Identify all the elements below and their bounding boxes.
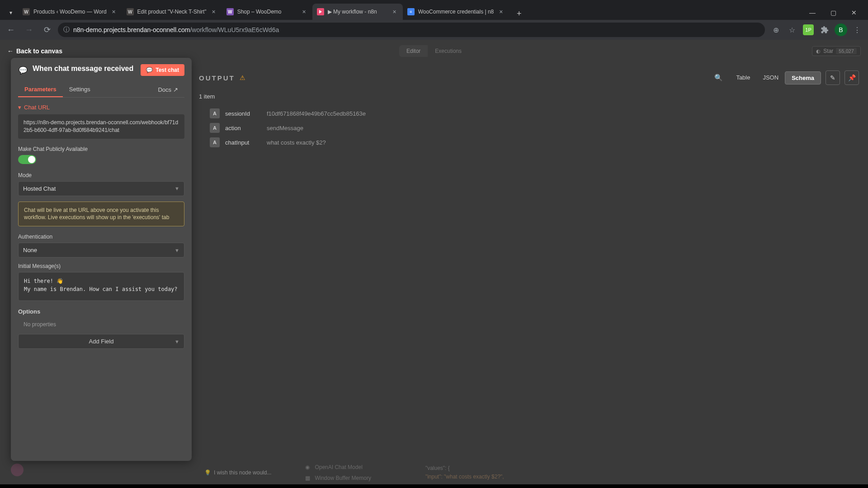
star-count: 55,027 — [836, 48, 857, 54]
schema-row[interactable]: A action sendMessage — [199, 121, 859, 135]
schema-key: chatInput — [225, 139, 261, 146]
type-badge: A — [210, 137, 220, 147]
github-star-button[interactable]: ◐ Star 55,027 — [812, 46, 861, 56]
initial-messages-label: Initial Message(s) — [18, 263, 184, 269]
address-bar[interactable]: ⓘ n8n-demo.projects.brendan-oconnell.com… — [58, 23, 765, 37]
node-memory[interactable]: ▦ Window Buffer Memory — [304, 474, 371, 482]
initial-messages-input[interactable]: Hi there! 👋 My name is Brendan. How can … — [18, 272, 184, 301]
profile-avatar[interactable]: B — [834, 23, 848, 37]
code-preview: "values": { "input": "what costs exactly… — [425, 464, 504, 481]
type-badge: A — [210, 123, 220, 133]
pin-output-button[interactable]: 📌 — [844, 70, 859, 85]
schema-row[interactable]: A sessionId f10df671868f49e49b67cc5edb85… — [199, 106, 859, 121]
lightbulb-icon: 💡 — [204, 469, 211, 476]
warning-icon: ⚠ — [240, 74, 245, 81]
arrow-left-icon: ← — [7, 47, 14, 55]
close-icon[interactable]: × — [210, 8, 217, 15]
back-to-canvas-link[interactable]: ← Back to canvas — [7, 47, 62, 55]
schema-value: sendMessage — [267, 125, 303, 131]
view-schema-tab[interactable]: Schema — [785, 71, 821, 84]
translate-icon[interactable]: ⊕ — [769, 23, 783, 37]
chevron-down-icon: ▼ — [175, 248, 179, 253]
chat-url-section-toggle[interactable]: ▾ Chat URL — [18, 104, 184, 111]
schema-value: f10df671868f49e49b67cc5edb85163e — [267, 110, 366, 117]
tab-shop[interactable]: W Shop – WooDemo × — [222, 4, 312, 20]
tab-credentials[interactable]: ≡ WooCommerce credentials | n8 × — [403, 4, 509, 20]
chevron-down-icon: ▾ — [18, 104, 21, 111]
reload-button[interactable]: ⟳ — [40, 23, 54, 37]
tab-title: Products ‹ WooDemo — Word — [33, 9, 107, 15]
woo-icon: W — [226, 8, 234, 15]
item-count: 1 item — [199, 89, 859, 106]
new-tab-button[interactable]: + — [513, 7, 525, 20]
close-icon[interactable]: × — [497, 8, 505, 15]
extensions-icon[interactable] — [817, 23, 832, 37]
parameters-tab[interactable]: Parameters — [18, 82, 63, 97]
back-label: Back to canvas — [16, 47, 62, 55]
tab-title: ▶ My workflow - n8n — [328, 9, 387, 15]
type-badge: A — [210, 108, 220, 118]
chevron-down-icon: ▼ — [175, 186, 179, 191]
authentication-select[interactable]: None ▼ — [18, 243, 184, 258]
schema-key: sessionId — [225, 110, 261, 117]
node-label: Window Buffer Memory — [315, 475, 371, 481]
mode-select[interactable]: Hosted Chat ▼ — [18, 181, 184, 196]
browser-menu-icon[interactable]: ⋮ — [850, 23, 864, 37]
test-chat-button[interactable]: 💬 Test chat — [141, 64, 184, 76]
schema-list: A sessionId f10df671868f49e49b67cc5edb85… — [199, 106, 859, 150]
executions-toggle[interactable]: Executions — [428, 45, 469, 57]
output-heading: OUTPUT — [199, 74, 235, 82]
extension-1password-icon[interactable]: 1P — [801, 23, 816, 37]
close-icon[interactable]: × — [391, 8, 398, 15]
schema-value: what costs exactly $2? — [267, 139, 326, 146]
tab-products[interactable]: W Products ‹ WooDemo — Word × — [18, 4, 122, 20]
edit-output-button[interactable]: ✎ — [826, 70, 840, 85]
external-link-icon: ↗ — [173, 86, 178, 93]
feedback-prompt[interactable]: 💡 I wish this node would... — [199, 467, 277, 479]
bookmark-icon[interactable]: ☆ — [785, 23, 799, 37]
schema-key: action — [225, 125, 261, 131]
tab-n8n-workflow[interactable]: ▶ My workflow - n8n × — [312, 4, 403, 20]
site-info-icon[interactable]: ⓘ — [63, 26, 70, 34]
wordpress-icon: W — [127, 8, 134, 15]
node-icon: ▦ — [304, 474, 311, 482]
docs-label: Docs — [158, 86, 171, 93]
close-window-button[interactable]: ✕ — [844, 5, 864, 20]
chat-url-value[interactable]: https://n8n-demo.projects.brendan-oconne… — [18, 114, 184, 139]
minimize-button[interactable]: — — [802, 5, 823, 20]
search-icon[interactable]: 🔍 — [712, 71, 725, 84]
canvas-background: 💡 I wish this node would... ◉ OpenAI Cha… — [0, 461, 868, 484]
feedback-text: I wish this node would... — [214, 469, 271, 476]
wordpress-icon: W — [23, 8, 30, 15]
schema-row[interactable]: A chatInput what costs exactly $2? — [199, 135, 859, 150]
node-openai[interactable]: ◉ OpenAI Chat Model — [304, 464, 371, 471]
maximize-button[interactable]: ▢ — [823, 5, 844, 20]
editor-toggle[interactable]: Editor — [399, 45, 428, 57]
chevron-down-icon: ▼ — [175, 339, 179, 344]
tab-edit-product[interactable]: W Edit product "V-Neck T-Shirt" × — [122, 4, 222, 20]
close-icon[interactable]: × — [110, 8, 118, 15]
tabs-dropdown[interactable]: ▾ — [4, 5, 18, 20]
settings-tab[interactable]: Settings — [63, 82, 97, 97]
auth-value: None — [23, 247, 37, 253]
node-icon: ◉ — [304, 464, 311, 471]
os-taskbar — [0, 484, 868, 488]
view-json-tab[interactable]: JSON — [756, 71, 785, 84]
add-field-button[interactable]: Add Field ▼ — [18, 334, 184, 349]
forward-button[interactable]: → — [22, 23, 36, 37]
chat-url-label: Chat URL — [24, 104, 50, 111]
back-button[interactable]: ← — [4, 23, 18, 37]
public-toggle[interactable] — [18, 155, 36, 164]
mode-value: Hosted Chat — [23, 185, 56, 192]
docs-link[interactable]: Docs ↗ — [151, 83, 184, 97]
mode-label: Mode — [18, 172, 184, 178]
options-label: Options — [18, 308, 184, 315]
close-icon[interactable]: × — [301, 8, 308, 15]
auth-label: Authentication — [18, 234, 184, 240]
view-table-tab[interactable]: Table — [730, 71, 756, 84]
public-toggle-label: Make Chat Publicly Available — [18, 146, 184, 152]
node-label: OpenAI Chat Model — [315, 464, 362, 470]
doc-icon: ≡ — [407, 8, 415, 15]
tab-title: WooCommerce credentials | n8 — [418, 9, 494, 15]
tab-title: Shop – WooDemo — [237, 9, 297, 15]
